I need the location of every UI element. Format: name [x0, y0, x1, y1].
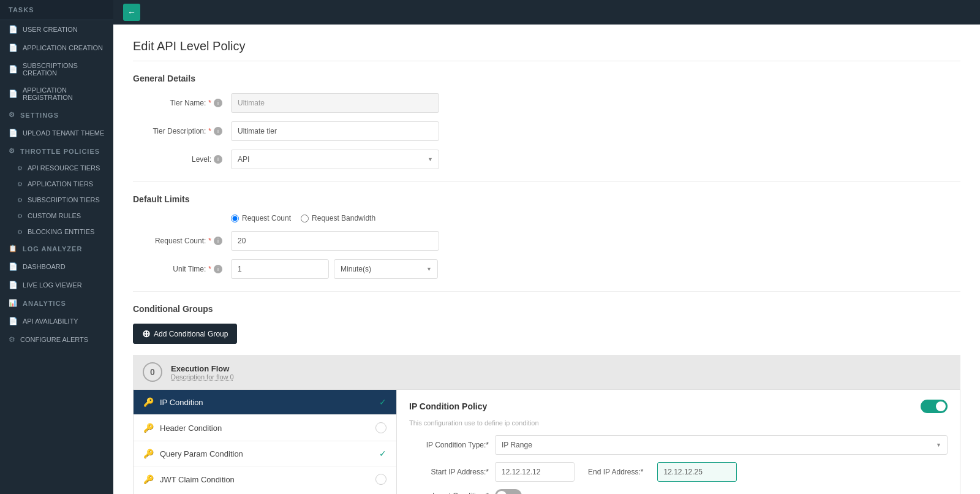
- start-ip-input[interactable]: [495, 462, 575, 482]
- request-bandwidth-radio[interactable]: Request Bandwidth: [301, 214, 375, 222]
- sidebar-item-application-tiers[interactable]: ⚙ APPLICATION TIERS: [0, 176, 113, 192]
- required-indicator: *: [208, 237, 211, 245]
- tier-desc-group: Tier Description: * i: [133, 121, 960, 141]
- tier-name-group: Tier Name: * i: [133, 93, 960, 113]
- ip-condition-type-wrapper: IP Range Specific IP: [495, 435, 948, 455]
- key-icon: 🔑: [143, 423, 154, 433]
- unit-time-unit-wrapper: Minute(s) Hour(s) Day(s): [334, 259, 438, 279]
- gear-icon: ⚙: [17, 165, 23, 172]
- level-select[interactable]: API Resource: [231, 150, 439, 169]
- required-indicator: *: [208, 127, 211, 135]
- execution-flow-bar: 0 Execution Flow Description for flow 0: [133, 355, 960, 389]
- condition-item-header[interactable]: 🔑 Header Condition: [134, 415, 396, 441]
- analytics-icon: 📊: [9, 299, 18, 307]
- sidebar-item-api-availability[interactable]: 📄 API AVAILABILITY: [0, 312, 113, 330]
- add-cg-label: Add Conditional Group: [154, 330, 228, 338]
- sidebar-item-blocking-entities[interactable]: ⚙ BLOCKING ENTITIES: [0, 224, 113, 240]
- throttle-policies-section[interactable]: ⚙ THROTTLE POLICIES: [0, 142, 113, 160]
- ip-address-row: Start IP Address:* End IP Address:*: [409, 462, 948, 482]
- query-param-checkmark: ✓: [379, 449, 386, 458]
- invert-condition-field: Invert Condition:*: [409, 489, 948, 494]
- gear-icon: ⚙: [9, 147, 15, 155]
- condition-item-ip[interactable]: 🔑 IP Condition ✓: [134, 390, 396, 415]
- document-icon: 📄: [9, 129, 18, 137]
- sidebar-item-upload-tenant-theme[interactable]: 📄 UPLOAD TENANT THEME: [0, 124, 113, 142]
- start-ip-label: Start IP Address:*: [409, 468, 489, 476]
- unit-time-group: Unit Time: * i Minute(s) Hour(s) Day(s): [133, 259, 960, 279]
- document-icon: 📄: [9, 89, 18, 98]
- sidebar-item-application-creation[interactable]: 📄 APPLICATION CREATION: [0, 39, 113, 57]
- request-count-group: Request Count: * i: [133, 231, 960, 251]
- sidebar-label-subscription-tiers: SUBSCRIPTION TIERS: [28, 196, 100, 203]
- unit-time-select[interactable]: Minute(s) Hour(s) Day(s): [334, 259, 438, 279]
- ip-condition-type-label: IP Condition Type:*: [409, 441, 489, 449]
- level-select-wrapper: API Resource: [231, 150, 439, 169]
- sidebar-item-application-registration[interactable]: 📄 APPLICATION REGISTRATION: [0, 82, 113, 106]
- conditional-groups-title: Conditional Groups: [133, 304, 960, 314]
- sidebar-item-api-resource-tiers[interactable]: ⚙ API RESOURCE TIERS: [0, 160, 113, 176]
- unit-time-input[interactable]: [231, 259, 329, 279]
- sidebar-label-user-creation: USER CREATION: [23, 26, 78, 33]
- sidebar-item-custom-rules[interactable]: ⚙ CUSTOM RULES: [0, 208, 113, 224]
- required-indicator: *: [208, 99, 211, 107]
- conditions-container: 🔑 IP Condition ✓ 🔑 Header Condition 🔑 Qu…: [133, 389, 960, 494]
- tier-name-label: Tier Name: * i: [133, 99, 231, 107]
- sidebar-label-application-creation: APPLICATION CREATION: [23, 44, 103, 51]
- add-conditional-group-button[interactable]: ⊕ Add Conditional Group: [133, 324, 237, 344]
- sidebar-item-dashboard[interactable]: 📄 DASHBOARD: [0, 257, 113, 276]
- level-label: Level: i: [133, 155, 231, 164]
- request-count-input[interactable]: [231, 231, 439, 251]
- document-icon: 📄: [9, 262, 18, 271]
- request-count-radio[interactable]: Request Count: [231, 214, 291, 222]
- settings-section[interactable]: ⚙ SETTINGS: [0, 106, 113, 124]
- throttle-policies-label: THROTTLE POLICIES: [20, 148, 100, 155]
- sidebar-item-subscriptions-creation[interactable]: 📄 SUBSCRIPTIONS CREATION: [0, 57, 113, 82]
- flow-info: Execution Flow Description for flow 0: [171, 364, 234, 381]
- execution-flow-desc: Description for flow 0: [171, 373, 234, 381]
- page-title: Edit API Level Policy: [133, 39, 960, 61]
- key-icon: 🔑: [143, 449, 154, 458]
- ip-condition-label: IP Condition: [160, 398, 373, 407]
- tier-desc-info-icon[interactable]: i: [214, 127, 222, 135]
- gear-icon: ⚙: [9, 111, 15, 119]
- request-count-radio-input[interactable]: [231, 215, 239, 222]
- sidebar-item-live-log-viewer[interactable]: 📄 LIVE LOG VIEWER: [0, 276, 113, 294]
- sidebar-label-application-tiers: APPLICATION TIERS: [28, 180, 93, 188]
- log-analyzer-label: LOG ANALYZER: [23, 245, 82, 253]
- document-icon: 📄: [9, 44, 18, 52]
- sidebar-label-application-registration: APPLICATION REGISTRATION: [23, 86, 105, 101]
- policy-description: This configuration use to define ip cond…: [409, 419, 948, 427]
- level-info-icon[interactable]: i: [214, 155, 222, 164]
- document-icon: 📄: [9, 25, 18, 34]
- request-count-info-icon[interactable]: i: [214, 237, 222, 245]
- end-ip-input[interactable]: [657, 462, 737, 482]
- invert-condition-toggle[interactable]: [495, 489, 522, 494]
- sidebar-label-configure-alerts: CONFIGURE ALERTS: [20, 336, 88, 343]
- condition-item-query-param[interactable]: 🔑 Query Param Condition ✓: [134, 441, 396, 466]
- tier-name-info-icon[interactable]: i: [214, 99, 222, 107]
- log-analyzer-section[interactable]: 📋 LOG ANALYZER: [0, 240, 113, 257]
- sidebar-label-api-resource-tiers: API RESOURCE TIERS: [28, 164, 100, 172]
- request-bandwidth-radio-input[interactable]: [301, 215, 309, 222]
- sidebar: TASKS 📄 USER CREATION 📄 APPLICATION CREA…: [0, 0, 113, 494]
- request-count-label: Request Count: * i: [133, 237, 231, 245]
- sidebar-item-subscription-tiers[interactable]: ⚙ SUBSCRIPTION TIERS: [0, 192, 113, 208]
- policy-title: IP Condition Policy: [409, 401, 487, 411]
- key-icon: 🔑: [143, 397, 154, 407]
- log-icon: 📋: [9, 245, 18, 253]
- ip-condition-type-select[interactable]: IP Range Specific IP: [495, 435, 948, 455]
- sidebar-item-configure-alerts[interactable]: ⚙ CONFIGURE ALERTS: [0, 330, 113, 349]
- sidebar-item-user-creation[interactable]: 📄 USER CREATION: [0, 20, 113, 39]
- policy-panel: IP Condition Policy This configuration u…: [397, 390, 960, 494]
- tier-desc-label: Tier Description: * i: [133, 127, 231, 135]
- unit-time-info-icon[interactable]: i: [214, 265, 222, 273]
- tier-desc-input[interactable]: [231, 121, 439, 141]
- analytics-section[interactable]: 📊 ANALYTICS: [0, 294, 113, 312]
- condition-item-jwt-claim[interactable]: 🔑 JWT Claim Condition: [134, 466, 396, 492]
- tier-name-input[interactable]: [231, 93, 439, 113]
- policy-title-row: IP Condition Policy: [409, 400, 948, 413]
- back-button[interactable]: ←: [123, 4, 140, 21]
- limit-type-radio-group: Request Count Request Bandwidth: [133, 214, 960, 222]
- sidebar-label-api-availability: API AVAILABILITY: [23, 317, 78, 325]
- ip-condition-policy-toggle[interactable]: [921, 400, 948, 413]
